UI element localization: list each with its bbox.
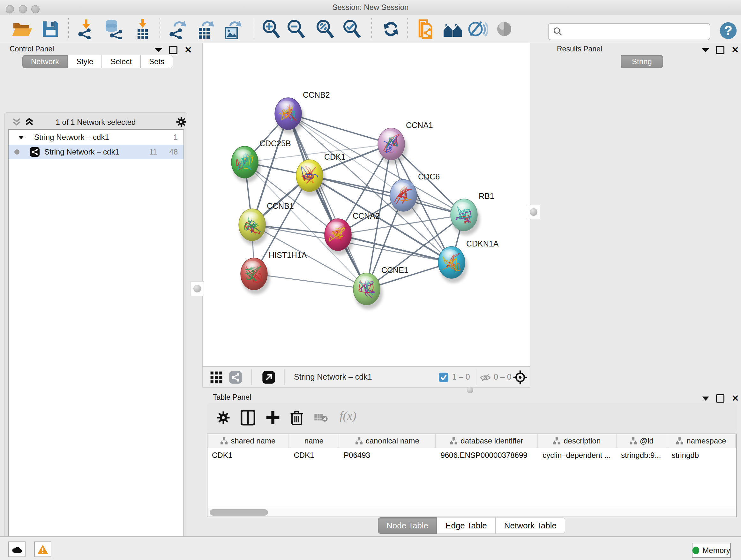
network-canvas[interactable]: CCNB2CCNA1CDC25BCDK1CDC6RB1CCNB1CCNA2CDK… xyxy=(202,43,530,367)
table-panel-title: Table Panel xyxy=(213,393,251,401)
node-label-CDKN1A: CDKN1A xyxy=(466,239,499,248)
hidden-eye-icon[interactable] xyxy=(480,372,491,383)
toolbar-separator xyxy=(372,18,372,39)
table-cell[interactable]: P06493 xyxy=(339,448,436,462)
control-panel-tabs: NetworkStyleSelectSets xyxy=(22,55,173,68)
import-table-from-file-icon[interactable] xyxy=(132,19,153,39)
export-table-icon[interactable] xyxy=(194,19,215,39)
network-options-gear-icon[interactable] xyxy=(175,116,187,128)
node-CDKN1A[interactable]: CDKN1A xyxy=(438,239,499,283)
table-cell[interactable]: CDK1 xyxy=(289,448,339,462)
node-CCNB1[interactable]: CCNB1 xyxy=(239,201,294,245)
column-header-name[interactable]: name xyxy=(289,434,339,448)
footer-separator xyxy=(251,369,252,385)
memory-button[interactable]: Memory xyxy=(692,543,731,558)
column-header-namespace[interactable]: namespace xyxy=(667,434,736,448)
node-CCNA2[interactable]: CCNA2 xyxy=(325,211,380,255)
panel-menu-icon[interactable] xyxy=(702,48,709,52)
tab-network[interactable]: Network xyxy=(22,55,68,68)
tab-select[interactable]: Select xyxy=(102,55,140,68)
tab-node-table[interactable]: Node Table xyxy=(378,517,437,534)
network-tree-network-row[interactable]: String Network – cdk1 11 48 xyxy=(9,145,184,159)
network-share-toggle-icon[interactable] xyxy=(229,371,242,384)
node-label-CCNA2: CCNA2 xyxy=(353,211,380,220)
tab-style[interactable]: Style xyxy=(68,55,102,68)
selected-checkbox-icon[interactable] xyxy=(438,372,449,383)
tab-edge-table[interactable]: Edge Table xyxy=(437,517,495,534)
column-header-shared-name[interactable]: shared name xyxy=(207,434,289,448)
scrollbar-thumb[interactable] xyxy=(210,509,268,516)
table-cell[interactable]: stringdb xyxy=(667,448,736,462)
show-graphics-details-icon[interactable] xyxy=(494,19,515,39)
panel-float-icon[interactable] xyxy=(716,46,724,54)
column-header--id[interactable]: @id xyxy=(616,434,667,448)
panel-menu-icon[interactable] xyxy=(702,396,709,401)
zoom-out-icon[interactable] xyxy=(286,19,307,39)
cloud-status-button[interactable] xyxy=(8,542,25,557)
control-panel-controls: ✕ xyxy=(155,46,192,54)
save-session-icon[interactable] xyxy=(40,19,61,39)
edge-HIST1H1A-CCNE1[interactable] xyxy=(254,274,367,289)
node-HIST1H1A[interactable]: HIST1H1A xyxy=(241,251,307,294)
birdseye-grid-icon[interactable] xyxy=(210,371,223,384)
open-session-icon[interactable] xyxy=(11,19,32,39)
help-icon[interactable]: ? xyxy=(719,22,737,40)
edge-CDK1-RB1[interactable] xyxy=(310,176,464,215)
panel-float-icon[interactable] xyxy=(169,46,178,54)
tab-sets[interactable]: Sets xyxy=(140,55,173,68)
table-row[interactable]: CDK1CDK1P064939606.ENSP00000378699cyclin… xyxy=(207,448,736,462)
table-cell[interactable]: cyclin–dependent ... xyxy=(538,448,616,462)
search-input[interactable] xyxy=(566,27,710,37)
string-home-icon[interactable] xyxy=(443,19,463,39)
results-panel: Results Panel ✕ String Expand All Collap… xyxy=(542,43,741,388)
panel-float-icon[interactable] xyxy=(716,394,724,402)
enhance-graphics-icon[interactable] xyxy=(467,19,488,39)
panel-menu-icon[interactable] xyxy=(155,48,162,52)
panel-close-icon[interactable]: ✕ xyxy=(731,395,739,401)
copy-style-icon[interactable] xyxy=(414,19,434,39)
node-CDC6[interactable]: CDC6 xyxy=(390,172,440,216)
zoom-selected-icon[interactable] xyxy=(342,19,362,39)
tree-column-icon xyxy=(355,437,362,444)
open-in-window-icon[interactable] xyxy=(262,371,275,384)
panel-close-icon[interactable]: ✕ xyxy=(731,47,739,53)
table-settings-gear-icon[interactable] xyxy=(216,410,231,425)
zoom-fit-content-icon[interactable] xyxy=(315,19,335,39)
column-header-canonical-name[interactable]: canonical name xyxy=(339,434,436,448)
tree-expander-icon[interactable] xyxy=(18,135,24,139)
node-CCNB2[interactable]: CCNB2 xyxy=(275,90,330,134)
edge-CCNB2-CCNE1[interactable] xyxy=(288,114,367,289)
apply-function-icon[interactable]: f(x) xyxy=(340,409,356,423)
left-splitter-handle[interactable] xyxy=(191,281,204,296)
cloud-icon xyxy=(11,545,23,554)
table-cell[interactable]: CDK1 xyxy=(207,448,289,462)
table-cell[interactable]: stringdb:9... xyxy=(616,448,667,462)
export-network-icon[interactable] xyxy=(167,19,188,39)
add-column-icon[interactable] xyxy=(265,409,281,426)
table-panel-controls: ✕ xyxy=(702,394,739,402)
column-header-description[interactable]: description xyxy=(538,434,616,448)
column-header-database-identifier[interactable]: database identifier xyxy=(436,434,538,448)
warning-status-button[interactable] xyxy=(34,542,51,557)
delete-column-trash-icon[interactable] xyxy=(289,409,305,426)
node-CDC25B[interactable]: CDC25B xyxy=(231,139,291,183)
right-splitter-handle[interactable] xyxy=(527,205,540,219)
network-tree-root-row[interactable]: String Network – cdk1 1 xyxy=(9,130,184,145)
network-collection-count: 1 xyxy=(174,133,178,142)
toolbar-separator xyxy=(254,18,254,39)
panel-close-icon[interactable]: ✕ xyxy=(185,47,192,53)
zoom-in-icon[interactable] xyxy=(261,19,281,39)
delete-table-icon[interactable] xyxy=(314,413,328,423)
refresh-view-icon[interactable] xyxy=(381,19,401,39)
results-tab-string[interactable]: String xyxy=(621,55,663,68)
tab-network-table[interactable]: Network Table xyxy=(495,517,565,534)
show-columns-icon[interactable] xyxy=(240,409,256,426)
node-CCNE1[interactable]: CCNE1 xyxy=(353,266,408,309)
import-network-from-database-icon[interactable] xyxy=(103,19,124,39)
export-image-icon[interactable] xyxy=(222,19,242,39)
table-cell[interactable]: 9606.ENSP00000378699 xyxy=(436,448,538,462)
table-horizontal-scrollbar[interactable] xyxy=(207,508,736,516)
node-RB1[interactable]: RB1 xyxy=(451,192,494,235)
navigate-crosshair-icon[interactable] xyxy=(513,370,528,385)
import-network-from-file-icon[interactable] xyxy=(76,19,96,39)
